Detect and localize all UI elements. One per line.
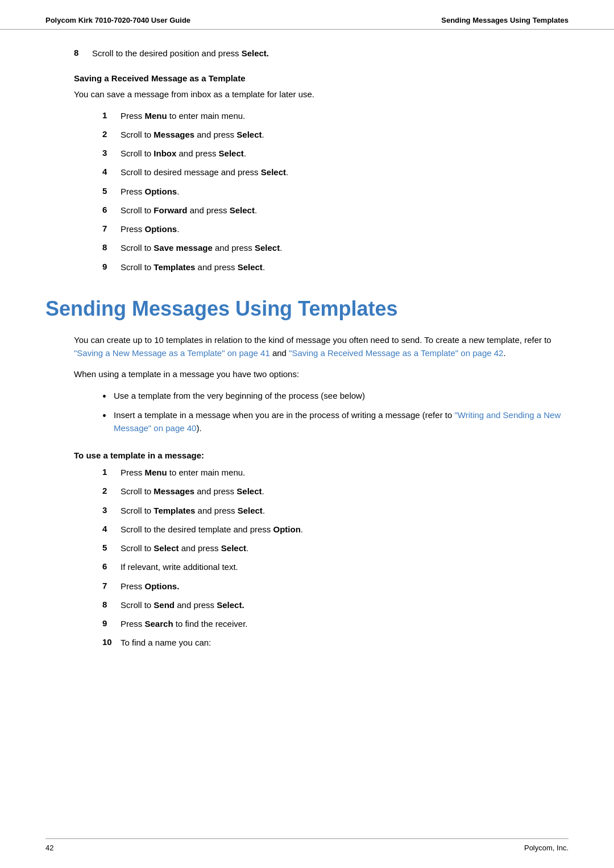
step-text: Press Options.: [121, 580, 569, 593]
step-text: If relevant, write additional text.: [121, 560, 569, 573]
step-text: To find a name you can:: [121, 636, 569, 649]
use-step-5: 5 Scroll to Select and press Select.: [102, 542, 569, 555]
step-number: 1: [102, 466, 121, 479]
bullet-text-1: Use a template from the very beginning o…: [114, 389, 569, 404]
saving-step-1: 1 Press Menu to enter main menu.: [102, 109, 569, 122]
step-number: 6: [102, 204, 121, 217]
step-number: 1: [102, 109, 121, 122]
step-number: 7: [102, 222, 121, 235]
saving-received-intro: You can save a message from inbox as a t…: [74, 88, 569, 101]
step-text: Scroll to Forward and press Select.: [121, 204, 569, 217]
header-left: Polycom Kirk 7010-7020-7040 User Guide: [45, 16, 190, 24]
step-text: Scroll to the desired template and press…: [121, 523, 569, 536]
use-step-7: 7 Press Options.: [102, 580, 569, 593]
use-step-10: 10 To find a name you can:: [102, 636, 569, 649]
step-number: 3: [102, 147, 121, 160]
step-text: Scroll to Templates and press Select.: [121, 504, 569, 517]
step-text: Scroll to Inbox and press Select.: [121, 147, 569, 160]
use-step-6: 6 If relevant, write additional text.: [102, 560, 569, 573]
intro-step-block: 8 Scroll to the desired position and pre…: [74, 47, 569, 60]
use-step-1: 1 Press Menu to enter main menu.: [102, 466, 569, 479]
step-text: Scroll to Select and press Select.: [121, 542, 569, 555]
step-number: 6: [102, 560, 121, 573]
step-text: Scroll to Messages and press Select.: [121, 128, 569, 141]
page: Polycom Kirk 7010-7020-7040 User Guide S…: [0, 0, 614, 868]
bullet-dot: •: [102, 408, 114, 435]
step-number: 9: [102, 261, 121, 274]
step-text: Scroll to desired message and press Sele…: [121, 166, 569, 179]
bullet-item-2: • Insert a template in a message when yo…: [102, 408, 569, 435]
page-footer: 42 Polycom, Inc.: [45, 838, 569, 852]
footer-company: Polycom, Inc.: [524, 844, 569, 852]
use-step-9: 9 Press Search to find the receiver.: [102, 617, 569, 630]
step-number: 4: [102, 523, 121, 536]
link-writing-sending[interactable]: "Writing and Sending a New Message" on p…: [114, 410, 561, 433]
link-saving-new-template[interactable]: "Saving a New Message as a Template" on …: [74, 348, 270, 358]
use-step-8: 8 Scroll to Send and press Select.: [102, 598, 569, 611]
use-template-steps-list: 1 Press Menu to enter main menu. 2 Scrol…: [102, 466, 569, 650]
saving-step-7: 7 Press Options.: [102, 222, 569, 235]
saving-step-8: 8 Scroll to Save message and press Selec…: [102, 241, 569, 254]
step-number: 2: [102, 485, 121, 498]
step-8-text: Scroll to the desired position and press…: [92, 47, 569, 60]
step-number: 8: [102, 598, 121, 611]
page-header: Polycom Kirk 7010-7020-7040 User Guide S…: [0, 0, 614, 30]
step-number: 4: [102, 166, 121, 179]
step-text: Press Search to find the receiver.: [121, 617, 569, 630]
major-intro-para2: When using a template in a message you h…: [74, 367, 569, 381]
step-text: Press Menu to enter main menu.: [121, 109, 569, 122]
sub-heading-use-template: To use a template in a message:: [74, 450, 569, 460]
step-number-8: 8: [74, 47, 92, 60]
step-number: 5: [102, 542, 121, 555]
major-intro-para1: You can create up to 10 templates in rel…: [74, 333, 569, 360]
bullet-dot: •: [102, 389, 114, 404]
saving-step-4: 4 Scroll to desired message and press Se…: [102, 166, 569, 179]
step-text: Scroll to Messages and press Select.: [121, 485, 569, 498]
step-text: Press Options.: [121, 222, 569, 235]
intro-step-8: 8 Scroll to the desired position and pre…: [74, 47, 569, 60]
use-step-2: 2 Scroll to Messages and press Select.: [102, 485, 569, 498]
step-text: Scroll to Templates and press Select.: [121, 261, 569, 274]
saving-step-5: 5 Press Options.: [102, 185, 569, 198]
saving-step-2: 2 Scroll to Messages and press Select.: [102, 128, 569, 141]
step-number: 10: [102, 636, 121, 649]
step-number: 7: [102, 580, 121, 593]
use-step-4: 4 Scroll to the desired template and pre…: [102, 523, 569, 536]
header-right: Sending Messages Using Templates: [441, 16, 569, 24]
saving-received-section: Saving a Received Message as a Template …: [74, 73, 569, 274]
saving-step-3: 3 Scroll to Inbox and press Select.: [102, 147, 569, 160]
use-step-3: 3 Scroll to Templates and press Select.: [102, 504, 569, 517]
link-saving-received-template[interactable]: "Saving a Received Message as a Template…: [289, 348, 503, 358]
step-number: 3: [102, 504, 121, 517]
step-text: Press Menu to enter main menu.: [121, 466, 569, 479]
main-content: 8 Scroll to the desired position and pre…: [0, 30, 614, 689]
saving-step-6: 6 Scroll to Forward and press Select.: [102, 204, 569, 217]
step-number: 8: [102, 241, 121, 254]
step-text: Scroll to Send and press Select.: [121, 598, 569, 611]
major-section-content: You can create up to 10 templates in rel…: [74, 333, 569, 650]
footer-page-number: 42: [45, 844, 53, 852]
step-number: 2: [102, 128, 121, 141]
saving-received-heading: Saving a Received Message as a Template: [74, 73, 569, 83]
bullet-text-2: Insert a template in a message when you …: [114, 408, 569, 435]
saving-steps-list: 1 Press Menu to enter main menu. 2 Scrol…: [102, 109, 569, 274]
bullet-list: • Use a template from the very beginning…: [102, 389, 569, 435]
step-number: 5: [102, 185, 121, 198]
bullet-item-1: • Use a template from the very beginning…: [102, 389, 569, 404]
step-text: Press Options.: [121, 185, 569, 198]
saving-step-9: 9 Scroll to Templates and press Select.: [102, 261, 569, 274]
step-number: 9: [102, 617, 121, 630]
step-text: Scroll to Save message and press Select.: [121, 241, 569, 254]
major-section-title: Sending Messages Using Templates: [45, 296, 569, 321]
